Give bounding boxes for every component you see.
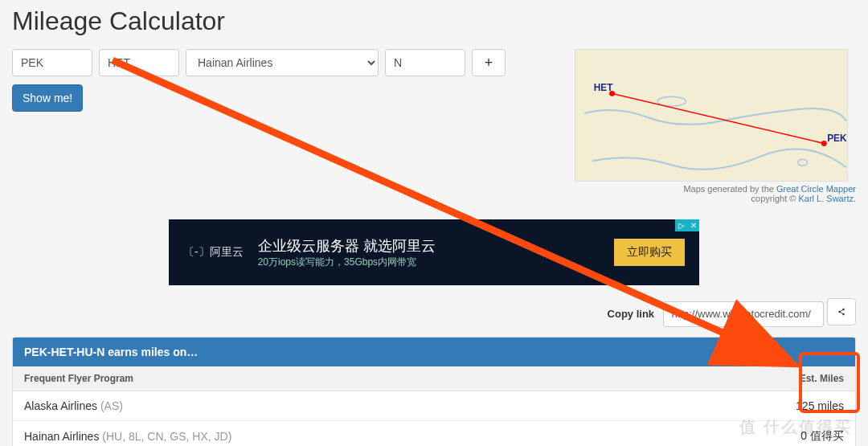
ad-cta-button[interactable]: 立即购买 xyxy=(614,239,685,266)
program-name: Hainan Airlines xyxy=(24,430,99,443)
swartz-link[interactable]: Karl L. Swartz xyxy=(798,194,853,203)
ad-logo: 〔-〕阿里云 xyxy=(183,245,244,260)
program-codes: (AS) xyxy=(97,399,123,412)
miles-value: 0 值得买 xyxy=(657,420,855,446)
ad-close-icon[interactable]: ✕ xyxy=(687,219,699,231)
ad-subline: 20万iops读写能力，35Gbps内网带宽 xyxy=(258,256,436,269)
svg-text:PEK: PEK xyxy=(827,133,847,144)
program-codes: (HU, 8L, CN, GS, HX, JD) xyxy=(99,430,231,443)
ad-headline: 企业级云服务器 就选阿里云 xyxy=(258,236,436,256)
add-segment-button[interactable]: + xyxy=(472,49,506,76)
ad-banner[interactable]: 〔-〕阿里云 企业级云服务器 就选阿里云 20万iops读写能力，35Gbps内… xyxy=(169,219,699,285)
dest-input[interactable] xyxy=(99,49,179,76)
table-row: Alaska Airlines (AS) 125 miles xyxy=(13,391,855,420)
airline-select[interactable]: Hainan Airlines xyxy=(186,49,379,76)
col-miles: Est. Miles xyxy=(657,366,855,391)
gcmap-link[interactable]: Great Circle Mapper xyxy=(776,184,856,194)
map-credit: Maps generated by the Great Circle Mappe… xyxy=(575,184,856,203)
svg-rect-0 xyxy=(576,50,846,181)
page-title: Mileage Calculator xyxy=(12,6,856,36)
panel-heading: PEK-HET-HU-N earns miles on… xyxy=(13,338,855,366)
copy-link-label: Copy link xyxy=(608,308,655,320)
program-name: Alaska Airlines xyxy=(24,399,97,412)
fare-input[interactable] xyxy=(385,49,465,76)
svg-text:HET: HET xyxy=(594,82,613,93)
svg-point-5 xyxy=(821,141,827,146)
route-map: HET PEK xyxy=(575,49,848,182)
origin-input[interactable] xyxy=(12,49,92,76)
table-row: Hainan Airlines (HU, 8L, CN, GS, HX, JD)… xyxy=(13,420,855,446)
share-icon xyxy=(837,306,845,317)
miles-value: 125 miles xyxy=(657,391,855,420)
adchoices-icon[interactable]: ▷ xyxy=(675,219,687,231)
copy-link-button[interactable] xyxy=(827,298,856,325)
copy-link-input[interactable] xyxy=(663,301,824,327)
show-me-button[interactable]: Show me! xyxy=(12,84,83,112)
col-program: Frequent Flyer Program xyxy=(13,366,657,391)
results-panel: PEK-HET-HU-N earns miles on… Frequent Fl… xyxy=(12,337,856,447)
